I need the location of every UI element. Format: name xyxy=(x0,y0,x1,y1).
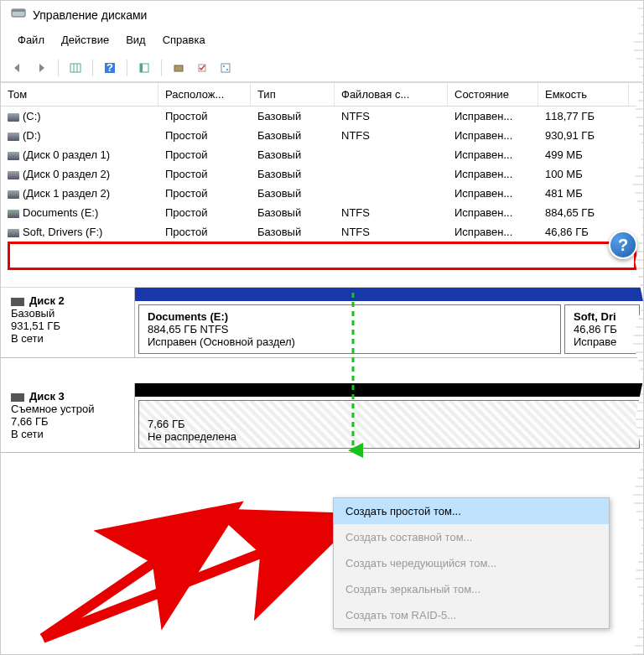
svg-text:?: ? xyxy=(106,61,113,74)
table-row[interactable]: (Диск 0 раздел 2)ПростойБазовыйИсправен.… xyxy=(1,164,643,184)
volume-state: Исправен (Основной раздел) xyxy=(148,335,552,348)
volume-info: 884,65 ГБ NTFS xyxy=(148,323,552,335)
properties-icon[interactable] xyxy=(169,58,189,78)
check-icon[interactable] xyxy=(192,58,212,78)
annotation-highlight: ? xyxy=(8,242,636,270)
volume-name: Documents (E:) xyxy=(148,310,552,323)
annotation-red-arrows-icon xyxy=(26,462,378,655)
table-row[interactable]: (Диск 1 раздел 2)ПростойБазовыйИсправен.… xyxy=(1,184,643,203)
svg-rect-9 xyxy=(174,65,183,71)
vol-name: (C:) xyxy=(23,110,41,122)
volume-list: (C:)ПростойБазовыйNTFSИсправен...118,77 … xyxy=(1,107,643,242)
volume-icon xyxy=(8,133,19,141)
columns-icon[interactable] xyxy=(65,58,86,78)
disk-status: В сети xyxy=(11,428,124,440)
vol-name: (Диск 1 раздел 2) xyxy=(23,187,110,200)
vol-name: Documents (E:) xyxy=(23,206,98,219)
volume-icon xyxy=(8,171,19,179)
disk-icon xyxy=(11,298,24,306)
volume-name: Soft, Dri xyxy=(574,310,631,323)
disk-type: Базовый xyxy=(11,307,124,320)
vol-name: (Диск 0 раздел 1) xyxy=(23,148,110,161)
svg-rect-13 xyxy=(226,69,228,70)
back-button[interactable] xyxy=(8,58,28,78)
vol-name: (D:) xyxy=(23,129,41,142)
titlebar: Управление дисками xyxy=(1,1,643,29)
col-st[interactable]: Состояние xyxy=(448,83,538,106)
col-fs[interactable]: Файловая с... xyxy=(335,83,448,106)
table-row[interactable]: (Диск 0 раздел 1)ПростойБазовыйИсправен.… xyxy=(1,145,643,164)
context-menu: Создать простой том... Создать составной… xyxy=(333,497,610,629)
forward-button[interactable] xyxy=(31,58,51,78)
menu-view[interactable]: Вид xyxy=(119,32,153,48)
disk-info[interactable]: Диск 2 Базовый 931,51 ГБ В сети xyxy=(1,288,135,357)
table-header: Том Располож... Тип Файловая с... Состоя… xyxy=(1,82,643,107)
disk-row: Диск 2 Базовый 931,51 ГБ В сети Document… xyxy=(1,288,643,358)
window-title: Управление дисками xyxy=(33,8,147,22)
separator-icon xyxy=(92,60,93,76)
col-tom[interactable]: Том xyxy=(1,83,158,106)
question-badge-icon: ? xyxy=(609,231,637,259)
disk-row: Диск 3 Съемное устрой 7,66 ГБ В сети 7,6… xyxy=(1,383,643,453)
vol-name: (Диск 0 раздел 2) xyxy=(23,168,110,180)
disk-name: Диск 3 xyxy=(29,390,65,403)
separator-icon xyxy=(127,60,127,76)
table-row[interactable]: Documents (E:)ПростойБазовыйNTFSИсправен… xyxy=(1,203,643,222)
volume-state: Не распределена xyxy=(148,430,631,443)
ctx-create-mirror: Создать зеркальный том... xyxy=(334,576,609,602)
disk-map: Диск 2 Базовый 931,51 ГБ В сети Document… xyxy=(1,287,643,453)
table-row[interactable]: Soft, Drivers (F:)ПростойБазовыйNTFSИспр… xyxy=(1,222,643,242)
disk-size: 931,51 ГБ xyxy=(11,320,124,332)
volume-box[interactable]: Documents (E:) 884,65 ГБ NTFS Исправен (… xyxy=(138,304,561,354)
menubar: Файл Действие Вид Справка xyxy=(1,29,643,55)
table-row[interactable]: (C:)ПростойБазовыйNTFSИсправен...118,77 … xyxy=(1,107,643,126)
unallocated-box[interactable]: 7,66 ГБ Не распределена xyxy=(138,400,640,449)
disk-name: Диск 2 xyxy=(29,294,65,307)
disk-type: Съемное устрой xyxy=(11,403,124,415)
svg-line-15 xyxy=(43,512,227,638)
ctx-create-raid5: Создать том RAID-5... xyxy=(334,602,609,628)
disk-info[interactable]: Диск 3 Съемное устрой 7,66 ГБ В сети xyxy=(1,383,135,452)
list-icon[interactable] xyxy=(134,58,154,78)
ctx-create-spanned: Создать составной том... xyxy=(334,524,609,550)
table-row[interactable]: (D:)ПростойБазовыйNTFSИсправен...930,91 … xyxy=(1,126,643,145)
volume-icon xyxy=(8,210,19,218)
volume-icon xyxy=(8,113,19,122)
disk-size: 7,66 ГБ xyxy=(11,415,124,428)
volume-info: 46,86 ГБ xyxy=(574,323,631,335)
svg-line-16 xyxy=(43,521,345,638)
app-icon xyxy=(11,6,26,23)
menu-help[interactable]: Справка xyxy=(156,32,212,48)
separator-icon xyxy=(161,60,162,76)
ctx-create-striped: Создать чередующийся том... xyxy=(334,550,609,576)
svg-rect-8 xyxy=(140,64,143,72)
disk-icon xyxy=(11,393,24,402)
vol-name: Soft, Drivers (F:) xyxy=(23,226,102,238)
svg-rect-1 xyxy=(12,9,25,12)
volume-icon xyxy=(8,152,19,160)
volume-icon xyxy=(8,190,19,199)
svg-rect-11 xyxy=(221,64,230,72)
toolbar: ? xyxy=(1,55,643,82)
volume-box[interactable]: Soft, Dri 46,86 ГБ Исправе xyxy=(564,304,640,354)
volume-state: Исправе xyxy=(574,335,631,348)
settings-icon[interactable] xyxy=(216,58,236,78)
volume-icon xyxy=(8,229,19,237)
svg-rect-2 xyxy=(70,64,80,72)
menu-file[interactable]: Файл xyxy=(11,32,51,48)
volume-info: 7,66 ГБ xyxy=(148,418,631,430)
disk-header-bar xyxy=(135,383,643,397)
separator-icon xyxy=(58,60,59,76)
help-icon[interactable]: ? xyxy=(100,58,120,78)
col-loc[interactable]: Располож... xyxy=(158,83,251,106)
col-cap[interactable]: Емкость xyxy=(538,83,629,106)
disk-status: В сети xyxy=(11,332,124,345)
col-typ[interactable]: Тип xyxy=(251,83,335,106)
menu-action[interactable]: Действие xyxy=(55,32,116,48)
ctx-create-simple[interactable]: Создать простой том... xyxy=(334,498,609,524)
svg-rect-12 xyxy=(223,65,225,67)
disk-header-bar xyxy=(135,288,643,301)
